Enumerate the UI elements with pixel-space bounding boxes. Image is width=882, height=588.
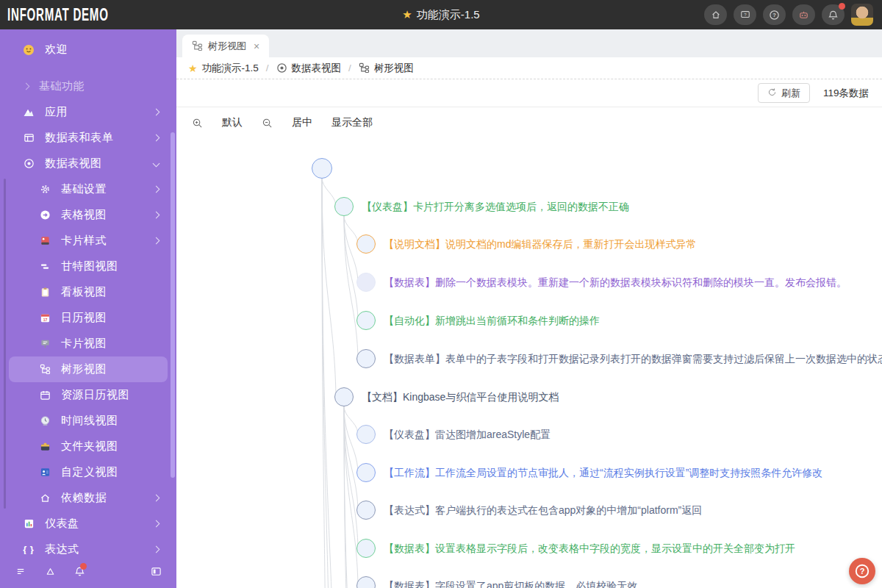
star-icon: ★ [188, 62, 198, 74]
menu-lines-icon[interactable] [14, 564, 27, 578]
tree-node[interactable] [356, 501, 376, 520]
sidebar-menu: 欢迎基础功能应用数据表和表单数据表视图基础设置表格视图卡片样式甘特图视图看板视图… [0, 29, 176, 554]
tree-node-label[interactable]: 【自动化】新增跳出当前循环和条件判断的操作 [384, 313, 600, 328]
home-button[interactable] [704, 4, 727, 25]
tree-node[interactable] [356, 234, 376, 254]
svg-text:?: ? [772, 12, 776, 18]
sidebar-item-basic-functions[interactable]: 基础功能 [9, 74, 168, 99]
sidebar-item-tree-view[interactable]: 树形视图 [9, 356, 168, 382]
view-toolbar: 刷新 119条数据 [176, 79, 882, 107]
sidebar-item-expression[interactable]: { }表达式 [9, 537, 168, 554]
tab-tree-view[interactable]: 树形视图 × [182, 35, 269, 57]
sidebar-item-label: 数据表和表单 [45, 131, 113, 145]
breadcrumb-item[interactable]: ★功能演示-1.5 [188, 62, 259, 75]
sidebar-item-dependent-data[interactable]: 依赖数据 [9, 485, 168, 511]
feedback-button[interactable]: ? [734, 4, 756, 25]
sidebar-footer [0, 554, 176, 588]
tree-node[interactable] [334, 387, 354, 406]
app-header: INFORMAT DEMO ★ 功能演示-1.5 ?? [0, 0, 882, 29]
tree-node-label[interactable]: 【仪表盘】卡片打开分离多选值选项后，返回的数据不正确 [362, 199, 629, 214]
zoom-out-button[interactable] [262, 118, 273, 129]
sidebar-item-label: 数据表视图 [45, 157, 102, 171]
circle-dot-icon [276, 62, 287, 74]
tab-close-icon[interactable]: × [254, 41, 259, 51]
tree-node-label[interactable]: 【说明文档】说明文档的md编辑器保存后，重新打开会出现样式异常 [384, 237, 696, 251]
triangle-icon[interactable] [43, 564, 57, 578]
circle-dot-icon [22, 157, 35, 171]
avatar[interactable] [851, 4, 873, 26]
tree-view-icon [38, 363, 51, 376]
sidebar-item-resource-calendar-view[interactable]: 资源日历视图 [9, 382, 168, 408]
tree-node[interactable] [356, 425, 376, 444]
sidebar-item-application[interactable]: 应用 [9, 99, 168, 125]
gear-icon [38, 183, 51, 196]
tree-toolbar: 默认居中显示全部 [176, 107, 882, 138]
help-fab[interactable]: ? [849, 558, 875, 584]
card-style-icon [38, 234, 51, 248]
sidebar-item-tables-and-forms[interactable]: 数据表和表单 [9, 125, 168, 151]
breadcrumb-item[interactable]: 数据表视图 [276, 62, 342, 75]
tree-node-label[interactable]: 【数据表】设置表格显示字段后，改变表格中字段的宽度，显示设置中的开关全部变为打开 [384, 541, 795, 556]
sidebar-item-dashboard[interactable]: 仪表盘 [9, 511, 168, 537]
sidebar-item-label: 资源日历视图 [61, 388, 129, 402]
center-button[interactable]: 居中 [292, 116, 312, 129]
tree-toolbar-label: 显示全部 [331, 116, 373, 129]
breadcrumb-item[interactable]: 树形视图 [359, 62, 414, 75]
show-all-button[interactable]: 显示全部 [331, 116, 373, 129]
zoom-in-button[interactable] [192, 118, 203, 129]
smiley-icon [22, 43, 35, 57]
tree-node-label[interactable]: 【数据表单】表单中的子表字段和打开数据记录列表打开的数据弹窗需要支持过滤后保留上… [384, 351, 882, 366]
tree-node[interactable] [356, 273, 376, 292]
help-button[interactable]: ? [763, 4, 786, 25]
chart-icon [22, 517, 35, 531]
tree-view-icon [192, 40, 203, 51]
star-icon: ★ [402, 8, 412, 21]
sidebar-item-table-view[interactable]: 表格视图 [9, 202, 168, 228]
sidebar-item-label: 表达式 [45, 542, 79, 554]
tree-node[interactable] [312, 158, 332, 179]
sidebar-item-folder-view[interactable]: 文件夹视图 [9, 434, 168, 459]
sidebar-item-custom-view[interactable]: 自定义视图 [9, 459, 168, 485]
sidebar-item-basic-settings[interactable]: 基础设置 [9, 176, 168, 202]
bell-icon[interactable] [73, 564, 86, 578]
zoom-default-button[interactable]: 默认 [222, 116, 243, 129]
tree-node-label[interactable]: 【工作流】工作流全局设置的节点审批人，通过“流程实例执行设置”调整时支持按照条件… [384, 465, 822, 480]
sidebar-item-calendar-view[interactable]: 17日历视图 [9, 305, 168, 331]
sidebar-item-label: 日历视图 [61, 311, 107, 325]
sidebar-item-label: 欢迎 [45, 43, 68, 57]
assistant-button[interactable] [792, 4, 815, 25]
sidebar-item-label: 依赖数据 [61, 491, 107, 505]
collapse-panel-icon[interactable] [149, 564, 162, 578]
tree-node-label[interactable]: 【表达式】客户端执行的表达式在包含app对象的中增加“platform”返回 [384, 503, 702, 517]
sidebar-item-label: 基础设置 [61, 182, 107, 196]
breadcrumb-separator: / [348, 62, 351, 74]
braces-icon: { } [22, 543, 35, 555]
sidebar-item-card-style[interactable]: 卡片样式 [9, 228, 168, 254]
sidebar-item-label: 卡片视图 [61, 337, 107, 351]
notifications-button[interactable] [822, 4, 845, 25]
tree-node[interactable] [356, 463, 376, 482]
sidebar-item-table-views[interactable]: 数据表视图 [9, 151, 168, 176]
notification-dot [839, 3, 845, 10]
chevron-right-icon [153, 546, 160, 553]
tree-node[interactable] [356, 311, 376, 330]
calendar-icon: 17 [38, 312, 51, 325]
refresh-button[interactable]: 刷新 [758, 83, 810, 103]
sidebar-item-label: 甘特图视图 [61, 259, 118, 273]
tree-canvas[interactable]: 【仪表盘】卡片打开分离多选值选项后，返回的数据不正确【说明文档】说明文档的md编… [176, 138, 882, 588]
tree-node[interactable] [356, 539, 376, 558]
svg-text:17: 17 [43, 318, 47, 322]
sidebar-scrollbar[interactable] [171, 132, 175, 478]
sidebar-item-gantt-view[interactable]: 甘特图视图 [9, 254, 168, 279]
house-icon [38, 492, 51, 505]
sidebar-item-card-view[interactable]: 卡片视图 [9, 331, 168, 356]
tree-node-label[interactable]: 【数据表】字段设置了app剪切板的数据，必填校验无效 [384, 578, 637, 588]
tree-node[interactable] [356, 349, 376, 368]
sidebar-item-welcome[interactable]: 欢迎 [9, 37, 168, 62]
tree-node[interactable] [334, 197, 354, 216]
tree-node-label[interactable]: 【仪表盘】雷达图增加areaStyle配置 [384, 427, 551, 442]
tree-node-label[interactable]: 【数据表】删除一个数据表模块。重新建一个新的数据表模块标识符和删除的模块一直。发… [384, 275, 847, 290]
sidebar-item-timeline-view[interactable]: 时间线视图 [9, 408, 168, 434]
tree-node-label[interactable]: 【文档】Kingbase与织信平台使用说明文档 [362, 390, 559, 404]
sidebar-item-board-view[interactable]: 看板视图 [9, 279, 168, 305]
